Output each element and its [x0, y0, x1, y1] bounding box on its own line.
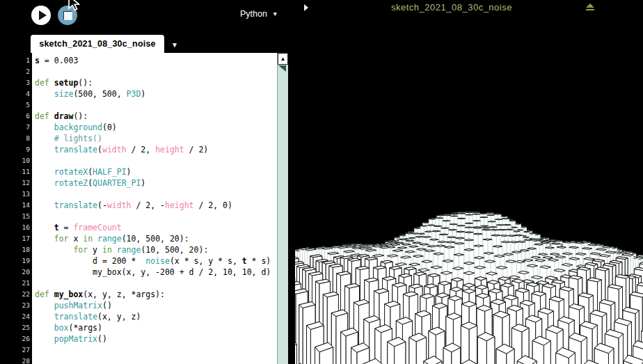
code-line: rotateZ(QUARTER_PI) [35, 177, 277, 189]
sketch-tab-label: sketch_2021_08_30c_noise [39, 39, 155, 49]
render-window-titlebar: sketch_2021_08_30c_noise [295, 0, 643, 16]
line-number: 13 [19, 189, 32, 200]
eject-icon[interactable] [586, 3, 594, 10]
scroll-up-button[interactable]: ▲ [278, 53, 288, 65]
code-line [35, 278, 277, 289]
code-line: background(0) [35, 122, 277, 133]
line-number: 1 [19, 55, 32, 66]
stop-icon [63, 11, 72, 20]
editor-body: 1234567891011121314151617181920212223242… [19, 53, 288, 364]
code-line: def my_box(x, y, z, *args): [35, 289, 277, 300]
code-line: for x in range(10, 500, 20): [35, 233, 277, 244]
line-number: 4 [19, 88, 32, 100]
code-line [35, 345, 277, 356]
code-line: translate(x, y, z) [35, 311, 277, 322]
stop-button[interactable] [58, 6, 77, 25]
line-number: 10 [19, 155, 32, 166]
line-gutter: 1234567891011121314151617181920212223242… [19, 53, 32, 364]
code-line: # lights() [35, 133, 277, 144]
scrollbar-thumb-notch [278, 65, 286, 72]
line-number: 21 [19, 278, 32, 289]
code-line [35, 155, 277, 166]
sketch-render-window: sketch_2021_08_30c_noise [295, 0, 643, 364]
code-line: d = 200 * noise(x * s, y * s, t * s) [35, 255, 277, 267]
code-line [35, 66, 277, 77]
line-number: 27 [19, 345, 32, 356]
code-line: rotateX(HALF_PI) [35, 166, 277, 177]
line-number: 28 [19, 356, 32, 364]
screen: { "toolbar": { "run_label": "Run", "stop… [0, 0, 643, 364]
code-line: def draw(): [35, 111, 277, 122]
line-number: 15 [19, 211, 32, 222]
code-line: my_box(x, y, -200 + d / 2, 10, 10, d) [35, 267, 277, 278]
code-line: translate(width / 2, height / 2) [35, 144, 277, 155]
editor-scrollbar[interactable]: ▲ [277, 53, 288, 364]
line-number: 26 [19, 333, 32, 345]
line-number: 23 [19, 300, 32, 311]
line-number: 8 [19, 133, 32, 144]
code-line: for y in range(10, 500, 20): [35, 244, 277, 255]
line-number: 14 [19, 200, 32, 211]
line-number: 9 [19, 144, 32, 155]
line-number: 11 [19, 166, 32, 177]
line-number: 16 [19, 222, 32, 233]
python-mode-selector[interactable]: Python▼ [240, 9, 278, 19]
code-line [35, 100, 277, 111]
code-line: pushMatrix() [35, 300, 277, 311]
code-area[interactable]: s = 0.003 def setup(): size(500, 500, P3… [32, 53, 277, 364]
line-number: 3 [19, 77, 32, 88]
editor-tab-bar: sketch_2021_08_30c_noise ▼ [19, 33, 288, 53]
code-line: popMatrix() [35, 333, 277, 345]
line-number: 5 [19, 100, 32, 111]
code-line [35, 189, 277, 200]
sketch-tab[interactable]: sketch_2021_08_30c_noise [31, 35, 164, 53]
code-line: t = frameCount [35, 222, 277, 233]
line-number: 7 [19, 122, 32, 133]
editor-window: sketch_2021_08_30c_noise ▼ 1234567891011… [19, 33, 288, 364]
run-button[interactable] [31, 6, 51, 25]
chevron-down-icon: ▼ [272, 10, 278, 17]
mode-label: Python [240, 9, 267, 19]
tab-menu-chevron-icon[interactable]: ▼ [171, 41, 178, 49]
play-icon [39, 10, 47, 20]
code-line: box(*args) [35, 322, 277, 333]
render-window-title: sketch_2021_08_30c_noise [295, 2, 608, 13]
code-line [35, 211, 277, 222]
line-number: 22 [19, 289, 32, 300]
code-line: def setup(): [35, 77, 277, 88]
line-number: 18 [19, 244, 32, 255]
line-number: 25 [19, 322, 32, 333]
code-line: translate(-width / 2, -height / 2, 0) [35, 200, 277, 211]
arrow-up-icon: ▲ [280, 56, 286, 62]
p3d-canvas [295, 16, 643, 364]
code-line: size(500, 500, P3D) [35, 88, 277, 100]
line-number: 20 [19, 267, 32, 278]
line-number: 17 [19, 233, 32, 244]
line-number: 12 [19, 177, 32, 189]
line-number: 19 [19, 255, 32, 267]
line-number: 24 [19, 311, 32, 322]
line-number: 6 [19, 111, 32, 122]
line-number: 2 [19, 66, 32, 77]
code-line [35, 356, 277, 364]
code-line: s = 0.003 [35, 55, 277, 66]
